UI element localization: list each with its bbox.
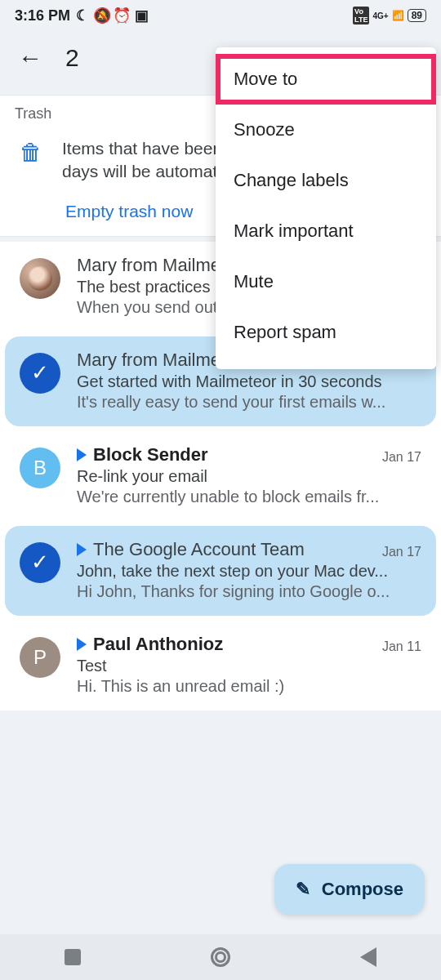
email-snippet: Hi. This is an unread email :) (77, 677, 421, 696)
back-button[interactable]: ← (18, 44, 42, 72)
email-avatar[interactable]: ✓ (20, 353, 60, 394)
email-avatar[interactable]: ✓ (20, 542, 60, 583)
email-body: Paul AnthoniozJan 11TestHi. This is an u… (77, 634, 421, 696)
nfc-icon: ▣ (134, 8, 149, 23)
status-time: 3:16 PM (15, 7, 70, 24)
email-date: Jan 17 (382, 545, 421, 559)
check-icon: ✓ (31, 550, 49, 575)
menu-item-move-to[interactable]: Move to (216, 54, 436, 105)
important-badge-icon (77, 638, 87, 651)
alarm-icon: ⏰ (114, 8, 129, 23)
compose-label: Compose (322, 879, 403, 900)
email-avatar[interactable] (20, 258, 60, 299)
pencil-icon: ✎ (296, 879, 310, 900)
status-left: 3:16 PM ☾ 🔕 ⏰ ▣ (15, 7, 149, 24)
email-date: Jan 11 (382, 639, 421, 654)
volte-icon: VoLTE (353, 7, 369, 24)
email-avatar[interactable]: P (20, 637, 60, 678)
email-item[interactable]: PPaul AnthoniozJan 11TestHi. This is an … (5, 621, 436, 710)
email-body: The Google Account TeamJan 17John, take … (77, 539, 421, 601)
email-sender: The Google Account Team (77, 539, 305, 560)
signal-icon: 📶 (392, 10, 404, 21)
menu-item-snooze[interactable]: Snooze (216, 105, 436, 155)
menu-item-mark-important[interactable]: Mark important (216, 206, 436, 256)
email-snippet: It's really easy to send your first emai… (77, 393, 421, 412)
system-nav-bar (0, 934, 441, 980)
email-subject: John, take the next step on your Mac dev… (77, 562, 421, 581)
status-right: VoLTE 4G+ 📶 89 (353, 7, 426, 24)
check-icon: ✓ (31, 360, 49, 385)
email-item[interactable]: BBlock SenderJan 17Re-link your emailWe'… (5, 431, 436, 521)
important-badge-icon (77, 448, 87, 461)
email-subject: Get started with Mailmeteor in 30 second… (77, 372, 421, 391)
email-sender: Paul Anthonioz (77, 634, 223, 655)
battery-indicator: 89 (408, 9, 426, 22)
nav-home[interactable] (211, 947, 230, 967)
email-snippet: Hi John, Thanks for signing into Google … (77, 582, 421, 601)
email-subject: Re-link your email (77, 467, 421, 486)
email-sender: Block Sender (77, 444, 208, 466)
moon-icon: ☾ (75, 8, 90, 23)
email-avatar[interactable]: B (20, 448, 60, 488)
network-label: 4G+ (372, 11, 388, 20)
selection-count: 2 (65, 44, 79, 72)
mute-icon: 🔕 (95, 8, 109, 23)
important-badge-icon (77, 543, 87, 556)
email-snippet: We're currently unable to block emails f… (77, 488, 421, 506)
nav-back[interactable] (360, 947, 376, 967)
email-item[interactable]: ✓The Google Account TeamJan 17John, take… (5, 526, 436, 616)
menu-item-change-labels[interactable]: Change labels (216, 155, 436, 206)
trash-icon: 🗑 (20, 139, 42, 166)
overflow-menu: Move toSnoozeChange labelsMark important… (216, 47, 436, 369)
nav-recents[interactable] (65, 949, 81, 965)
menu-item-report-spam[interactable]: Report spam (216, 307, 436, 358)
compose-button[interactable]: ✎ Compose (274, 864, 425, 915)
email-date: Jan 17 (382, 450, 421, 465)
email-subject: Test (77, 657, 421, 675)
status-bar: 3:16 PM ☾ 🔕 ⏰ ▣ VoLTE 4G+ 📶 89 (0, 0, 441, 28)
menu-item-mute[interactable]: Mute (216, 256, 436, 307)
email-body: Block SenderJan 17Re-link your emailWe'r… (77, 444, 421, 506)
